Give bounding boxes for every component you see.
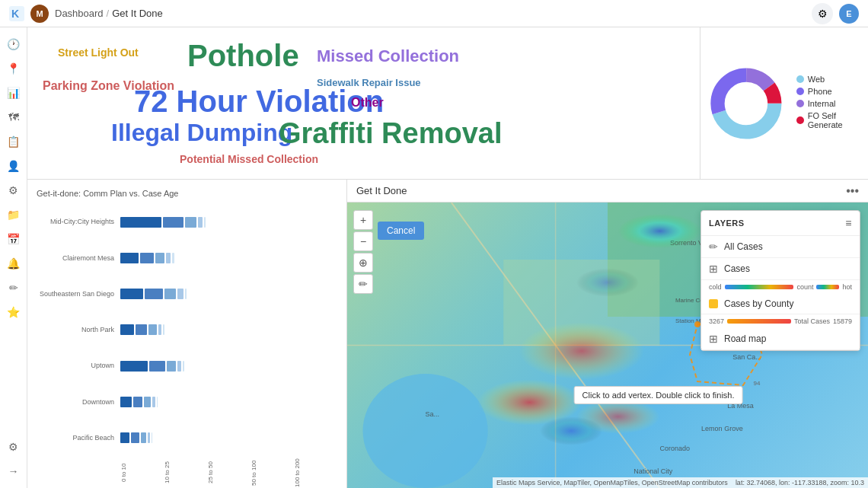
legend-label: Internal xyxy=(808,99,836,108)
svg-text:Coronado: Coronado xyxy=(659,445,690,452)
main-layout: 🕐 📍 📊 🗺 📋 👤 ⚙ 📁 📅 🔔 ✏ ⭐ ⚙ → Street Light… xyxy=(0,27,868,488)
hot-label: hot xyxy=(842,283,852,291)
sidebar-item-chart[interactable]: 📊 xyxy=(3,82,24,104)
y-axis-label: Southeastern San Diego xyxy=(37,290,114,298)
k-logo: K xyxy=(9,6,24,21)
y-axis: Mid-City:City HeightsClairemont MesaSout… xyxy=(37,204,120,456)
cases-by-county-label: Cases by County xyxy=(724,298,793,309)
legend-dot xyxy=(796,88,804,95)
word-cloud-item[interactable]: Illegal Dumping xyxy=(111,119,292,147)
max-cases: 15879 xyxy=(833,317,852,325)
word-cloud-item[interactable]: Other xyxy=(351,96,384,110)
sidebar-item-edit[interactable]: ✏ xyxy=(3,277,24,298)
layers-cases-by-county[interactable]: Cases by County xyxy=(701,294,860,314)
sidebar-item-map[interactable]: 🗺 xyxy=(3,107,24,128)
zoom-out-button[interactable]: − xyxy=(353,231,373,251)
layers-sort-icon[interactable]: ≡ xyxy=(845,217,852,229)
bar-segment xyxy=(133,397,142,407)
sidebar-item-bell[interactable]: 🔔 xyxy=(3,253,24,274)
sidebar-item-layers[interactable]: ⚙ xyxy=(3,180,24,201)
svg-text:San Ca...: San Ca... xyxy=(732,353,761,361)
svg-point-24 xyxy=(618,214,701,248)
bar-segment xyxy=(158,324,162,335)
sidebar-item-star[interactable]: ⭐ xyxy=(3,301,24,323)
road-map-label: Road map xyxy=(724,333,766,344)
svg-point-29 xyxy=(576,268,639,297)
bar-segment xyxy=(167,361,176,372)
bar-segment xyxy=(120,289,143,299)
word-cloud-item[interactable]: Potential Missed Collection xyxy=(180,153,318,165)
zoom-in-button[interactable]: + xyxy=(353,210,373,230)
sidebar-item-expand[interactable]: → xyxy=(3,461,24,482)
map-title: Get It Done xyxy=(356,185,407,196)
bar-segment xyxy=(148,324,157,335)
sidebar-item-calendar[interactable]: 📅 xyxy=(3,228,24,250)
x-axis-label: 25 to 50 xyxy=(207,458,251,488)
map-tooltip: Click to add vertex. Double click to fin… xyxy=(574,386,743,404)
sidebar-item-clock[interactable]: 🕐 xyxy=(3,33,24,55)
word-cloud-item[interactable]: 72 Hour Violation xyxy=(134,85,384,119)
bar-segment xyxy=(163,324,164,335)
count-color-bar xyxy=(816,285,839,289)
breadcrumb: Dashboard / Get It Done xyxy=(55,8,163,19)
bar-segment xyxy=(141,432,147,443)
bar-segment xyxy=(120,432,129,443)
user-avatar-e: E xyxy=(839,4,859,24)
cancel-button[interactable]: Cancel xyxy=(378,222,424,240)
svg-text:Lemon Grove: Lemon Grove xyxy=(701,425,743,432)
county-color-bar-row: 3267 Total Cases 15879 xyxy=(701,314,860,328)
sidebar-item-user[interactable]: 👤 xyxy=(3,155,24,177)
x-axis-label: 10 to 25 xyxy=(164,458,207,488)
map-menu-button[interactable]: ••• xyxy=(846,184,859,198)
svg-text:K: K xyxy=(11,8,19,20)
y-axis-label: Pacific Beach xyxy=(37,434,114,442)
bar-segment xyxy=(149,361,165,372)
word-cloud-item[interactable]: Pothole xyxy=(187,39,299,73)
nav-dashboard[interactable]: Dashboard xyxy=(55,8,104,19)
svg-point-6 xyxy=(363,374,488,488)
sidebar-item-folder[interactable]: 📁 xyxy=(3,204,24,225)
cold-hot-color-bar xyxy=(725,285,794,289)
nav-current[interactable]: Get It Done xyxy=(112,8,162,19)
legend-item: Web xyxy=(796,75,860,84)
legend-item: Internal xyxy=(796,99,860,108)
bar-segment xyxy=(198,217,203,228)
y-axis-label: Mid-City:City Heights xyxy=(37,218,114,226)
bar-segment xyxy=(131,432,139,443)
bar-segment xyxy=(177,361,181,372)
word-cloud-item[interactable]: Street Light Out xyxy=(58,46,139,59)
word-cloud-item[interactable]: Missed Collection xyxy=(317,46,459,66)
bar-segment xyxy=(120,324,134,335)
legend-label: Web xyxy=(808,75,825,84)
donut-chart-svg xyxy=(708,58,784,149)
layers-all-cases[interactable]: ✏ All Cases xyxy=(701,236,860,258)
x-axis-label: 50 to 100 xyxy=(251,458,294,488)
svg-point-25 xyxy=(519,323,644,380)
y-axis-label: Downtown xyxy=(37,398,114,407)
bar-segment xyxy=(185,217,196,228)
bar-segment xyxy=(166,253,171,263)
draw-tool-button[interactable]: ✏ xyxy=(353,274,373,294)
min-cases: 3267 xyxy=(709,317,724,325)
word-cloud-item[interactable]: Graffiti Removal xyxy=(279,117,503,150)
map-attribution: Elastic Maps Service, MapTiler, OpenMapT… xyxy=(493,477,868,488)
word-cloud-panel: Street Light OutPotholeMissed Collection… xyxy=(27,27,700,179)
bar-segment xyxy=(120,217,161,228)
sidebar-item-settings[interactable]: ⚙ xyxy=(3,436,24,458)
x-axis-label: 100 to 200 xyxy=(294,458,337,488)
settings-button[interactable]: ⚙ xyxy=(812,3,833,24)
compass-button[interactable]: ⊕ xyxy=(353,253,373,273)
bar-chart-title: Get-it-done: Comm Plan vs. Case Age xyxy=(37,189,337,198)
bar-segment xyxy=(185,289,187,299)
layers-road-map[interactable]: ⊞ Road map xyxy=(701,328,860,350)
legend-item: FO Self Generate xyxy=(796,111,860,129)
layers-cases[interactable]: ⊞ Cases xyxy=(701,258,860,280)
bar-row xyxy=(120,361,337,372)
heat-color-bar-row: cold count hot xyxy=(701,280,860,294)
sidebar-item-location[interactable]: 📍 xyxy=(3,58,24,79)
legend-item: Phone xyxy=(796,87,860,96)
sidebar: 🕐 📍 📊 🗺 📋 👤 ⚙ 📁 📅 🔔 ✏ ⭐ ⚙ → xyxy=(0,27,27,488)
sidebar-item-list[interactable]: 📋 xyxy=(3,131,24,152)
donut-chart-panel: Web Phone Internal FO Self Generate xyxy=(700,27,868,179)
bottom-row: Get-it-done: Comm Plan vs. Case Age Mid-… xyxy=(27,180,868,488)
